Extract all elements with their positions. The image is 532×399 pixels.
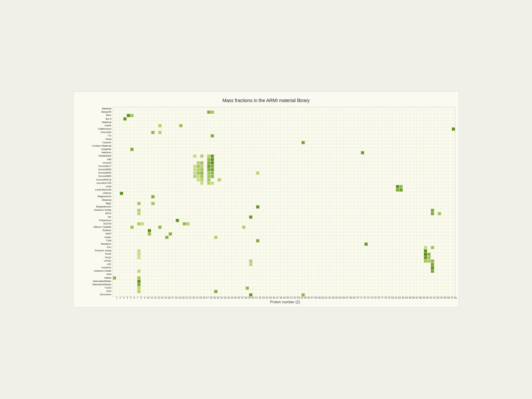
x-label: 67 xyxy=(345,297,349,299)
x-label: 52 xyxy=(293,297,297,299)
x-label: 18 xyxy=(175,297,178,299)
y-label: Cesium xyxy=(77,141,113,144)
x-label: 40 xyxy=(251,297,255,299)
y-label: Uranium Oxide xyxy=(77,208,113,212)
y-label: ThO2 xyxy=(77,252,113,256)
x-label: 16 xyxy=(168,297,171,299)
y-label: B4C xyxy=(77,114,113,117)
x-label: 12 xyxy=(154,297,157,299)
x-label: 97 xyxy=(450,297,454,299)
x-label: 64 xyxy=(335,297,339,299)
x-label: 7 xyxy=(136,297,140,299)
x-label: 63 xyxy=(332,297,335,299)
x-label: 70 xyxy=(356,297,360,299)
x-label: 69 xyxy=(352,297,356,299)
x-label: 14 xyxy=(161,297,164,299)
y-label: TZM xyxy=(77,239,113,242)
x-label: 53 xyxy=(297,297,300,299)
x-label: 37 xyxy=(241,297,244,299)
x-label: 20 xyxy=(182,297,185,299)
x-axis-title: Proton number (Z) xyxy=(115,300,455,304)
x-label: 91 xyxy=(429,297,433,299)
y-label: InconelPE16 xyxy=(77,178,113,182)
y-label: Zirconium xyxy=(77,293,113,296)
x-label: 82 xyxy=(398,297,402,299)
x-label: 25 xyxy=(199,297,202,299)
x-label: 85 xyxy=(408,297,412,299)
y-axis: MaterialAlloy200B4CBe-9MaterialCaH2Calif… xyxy=(77,107,113,297)
x-label: 3 xyxy=(122,297,126,299)
x-axis: 1234567891011121314151617181920212223242… xyxy=(115,297,458,299)
x-label: 56 xyxy=(307,297,311,299)
x-label: 96 xyxy=(447,297,451,299)
x-label: 49 xyxy=(283,297,286,299)
y-label: Magnesium xyxy=(77,195,113,198)
x-label: 1 xyxy=(115,297,119,299)
x-label: 13 xyxy=(157,297,161,299)
x-label: 30 xyxy=(216,297,220,299)
x-label: 22 xyxy=(189,297,192,299)
x-label: 47 xyxy=(276,297,279,299)
y-label: Inconel800 xyxy=(77,175,113,178)
y-label: Material xyxy=(77,107,113,110)
y-label: Y2O3 xyxy=(77,286,113,290)
x-label: 11 xyxy=(150,297,154,299)
y-label: Material xyxy=(77,199,113,202)
x-label: 71 xyxy=(359,297,363,299)
y-label: Sulfur xyxy=(77,236,113,239)
x-label: 81 xyxy=(394,297,398,299)
x-label: 72 xyxy=(363,297,367,299)
x-label: 4 xyxy=(126,297,129,299)
y-label: MgO xyxy=(77,202,113,205)
y-label: ThO2 xyxy=(77,256,113,259)
y-label: Custom Material xyxy=(77,144,113,148)
x-label: 90 xyxy=(426,297,430,299)
x-label: 75 xyxy=(373,297,377,299)
y-label: Lithium xyxy=(77,192,113,195)
y-label: Lead xyxy=(77,185,113,188)
x-label: 78 xyxy=(384,297,388,299)
x-label: 61 xyxy=(325,297,328,299)
heatmap-canvas xyxy=(113,107,455,297)
x-label: 17 xyxy=(171,297,175,299)
x-label: 8 xyxy=(140,297,143,299)
x-label: 44 xyxy=(265,297,269,299)
x-label: 31 xyxy=(220,297,223,299)
x-label: 55 xyxy=(304,297,307,299)
y-label: UZr xyxy=(77,263,113,266)
x-label: 10 xyxy=(147,297,150,299)
y-label: Hf9 xyxy=(77,158,113,161)
x-label: 58 xyxy=(314,297,318,299)
x-label: 57 xyxy=(311,297,314,299)
x-label: 32 xyxy=(223,297,227,299)
x-label: 66 xyxy=(342,297,346,299)
y-label: Concrete xyxy=(77,131,113,134)
x-label: 68 xyxy=(349,297,353,299)
y-label: NaCl xyxy=(77,232,113,235)
y-label: ZnO xyxy=(77,290,113,293)
x-label: 39 xyxy=(248,297,251,299)
x-label: 41 xyxy=(255,297,258,299)
y-label: ThU xyxy=(77,246,113,249)
x-label: 87 xyxy=(415,297,419,299)
y-label: Hafnium xyxy=(77,151,113,154)
y-label: SaturatedWater xyxy=(77,280,113,283)
x-label: 92 xyxy=(433,297,437,299)
x-label: 88 xyxy=(419,297,423,299)
y-label: InconelX750 xyxy=(77,182,113,185)
y-label: Sodium xyxy=(77,229,113,232)
y-label: Uranium Oxide xyxy=(77,269,113,273)
x-label: 46 xyxy=(272,297,276,299)
x-label: 29 xyxy=(213,297,216,299)
y-label: Silicon Carbide xyxy=(77,225,113,229)
x-label: 51 xyxy=(290,297,293,299)
x-label: 33 xyxy=(227,297,230,299)
y-label: Molybdenum xyxy=(77,205,113,208)
y-label: CaH2 xyxy=(77,124,113,127)
y-label: Potassium xyxy=(77,219,113,222)
x-label: 76 xyxy=(377,297,381,299)
y-label: NZ xyxy=(77,215,113,219)
y-label: Inconel600 xyxy=(77,168,113,171)
x-label: 65 xyxy=(338,297,342,299)
y-label: Graphite xyxy=(77,148,113,151)
